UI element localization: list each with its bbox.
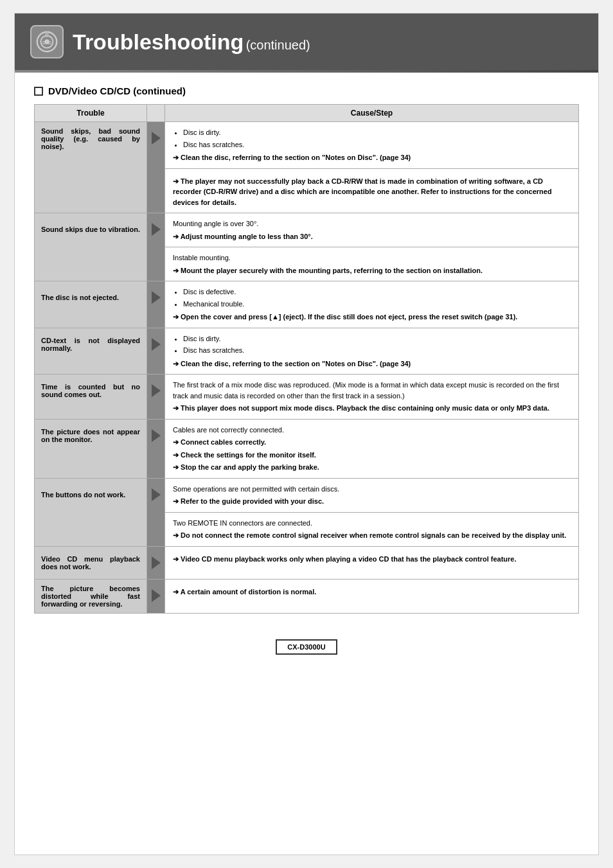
trouble-cell: The buttons do not work.: [35, 478, 147, 546]
cause-cell: Disc is dirty.Disc has scratches.Clean t…: [165, 328, 579, 375]
cause-content: Some operations are not permitted with c…: [165, 479, 578, 512]
cause-cell: Mounting angle is over 30°.Adjust mounti…: [165, 213, 579, 247]
trouble-text: Sound skips due to vibration.: [35, 213, 147, 245]
arrow-icon: [147, 122, 164, 154]
cause-action: Stop the car and apply the parking brake…: [173, 462, 571, 473]
cause-content: Mounting angle is over 30°.Adjust mounti…: [165, 213, 578, 247]
trouble-cell: CD-text is not displayed normally.: [35, 328, 147, 375]
cause-action: A certain amount of distortion is normal…: [173, 587, 571, 598]
trouble-cell: Sound skips due to vibration.: [35, 213, 147, 281]
table-row: Sound skips due to vibration.Mounting an…: [35, 213, 579, 247]
trouble-cell: The disc is not ejected.: [35, 281, 147, 328]
cause-text-before: Cables are not correctly connected.: [173, 425, 571, 436]
arrow-right-icon: [152, 291, 161, 304]
cause-cell: Some operations are not permitted with c…: [165, 478, 579, 512]
cause-text-before: Two REMOTE IN connectors are connected.: [173, 518, 571, 529]
arrow-right-icon: [152, 556, 161, 569]
table-header-row: Trouble Cause/Step: [35, 105, 579, 122]
content: DVD/Video CD/CD (continued) Trouble Caus…: [15, 73, 598, 626]
arrow-cell: [147, 579, 165, 613]
arrow-cell: [147, 281, 165, 328]
trouble-text: The disc is not ejected.: [35, 281, 147, 314]
trouble-cell: The picture does not appear on the monit…: [35, 419, 147, 478]
arrow-icon: [147, 328, 164, 360]
cause-content: Disc is dirty.Disc has scratches.Clean t…: [165, 122, 578, 168]
trouble-text: Sound skips, bad sound quality (e.g. cau…: [35, 122, 147, 155]
cause-bullets: Disc is defective.Mechanical trouble.: [183, 287, 571, 309]
cause-action-paragraph: The player may not successfully play bac…: [173, 176, 571, 208]
arrow-icon: [147, 479, 164, 511]
arrow-cell: [147, 478, 165, 546]
cause-bullets: Disc is dirty.Disc has scratches.: [183, 333, 571, 356]
arrow-icon: [147, 420, 164, 452]
cause-content: The player may not successfully play bac…: [165, 169, 578, 213]
cause-action: Video CD menu playback works only when p…: [173, 554, 571, 565]
col-cause: Cause/Step: [165, 105, 579, 122]
cause-cell: Instable mounting.Mount the player secur…: [165, 247, 579, 281]
cause-cell: A certain amount of distortion is normal…: [165, 579, 579, 613]
cause-cell: Cables are not correctly connected.Conne…: [165, 419, 579, 478]
cause-action: This player does not support mix mode di…: [173, 403, 571, 414]
trouble-cell: Sound skips, bad sound quality (e.g. cau…: [35, 122, 147, 213]
cause-content: Instable mounting.Mount the player secur…: [165, 247, 578, 281]
col-trouble: Trouble: [35, 105, 147, 122]
table-row: CD-text is not displayed normally.Disc i…: [35, 328, 579, 375]
svg-text:DVD: DVD: [42, 40, 51, 45]
cause-paragraph: The first track of a mix mode disc was r…: [173, 380, 571, 401]
arrow-icon: [147, 580, 164, 612]
arrow-cell: [147, 213, 165, 281]
footer: CX-D3000U: [15, 639, 598, 655]
checkbox-icon: [34, 87, 43, 96]
section-title-text: DVD/Video CD/CD (continued): [48, 85, 186, 96]
trouble-text: The buttons do not work.: [35, 479, 147, 511]
cause-bullet-item: Disc has scratches.: [183, 345, 571, 356]
table-row: Time is counted but no sound comes out.T…: [35, 375, 579, 420]
trouble-text: CD-text is not displayed normally.: [35, 328, 147, 360]
arrow-cell: [147, 122, 165, 213]
arrow-cell: [147, 375, 165, 420]
arrow-right-icon: [152, 132, 161, 145]
trouble-table: Trouble Cause/Step Sound skips, bad soun…: [34, 104, 579, 614]
cause-text-before: Some operations are not permitted with c…: [173, 484, 571, 495]
arrow-icon: [147, 375, 164, 407]
header: DVD Troubleshooting (continued): [15, 13, 598, 70]
trouble-text: The picture does not appear on the monit…: [35, 420, 147, 452]
cause-bullet-item: Disc is dirty.: [183, 127, 571, 138]
cause-action: Refer to the guide provided with your di…: [173, 496, 571, 507]
trouble-cell: Time is counted but no sound comes out.: [35, 375, 147, 420]
cause-content: Disc is dirty.Disc has scratches.Clean t…: [165, 328, 578, 375]
cause-content: Video CD menu playback works only when p…: [165, 547, 578, 570]
section-title: DVD/Video CD/CD (continued): [34, 85, 579, 96]
arrow-cell: [147, 419, 165, 478]
arrow-icon: [147, 547, 164, 579]
arrow-right-icon: [152, 384, 161, 397]
table-row: The picture becomes distorted while fast…: [35, 579, 579, 613]
table-body: Sound skips, bad sound quality (e.g. cau…: [35, 122, 579, 614]
cause-action: Open the cover and press [▲] (eject). If…: [173, 312, 571, 323]
header-text: Troubleshooting (continued): [73, 30, 310, 55]
cause-bullet-item: Mechanical trouble.: [183, 299, 571, 310]
arrow-icon: [147, 213, 164, 245]
cause-bullet-item: Disc has scratches.: [183, 139, 571, 150]
cause-action: Adjust mounting angle to less than 30°.: [173, 231, 571, 242]
cause-content: The first track of a mix mode disc was r…: [165, 375, 578, 419]
arrow-right-icon: [152, 223, 161, 236]
table-row: Video CD menu playback does not work.Vid…: [35, 546, 579, 579]
cause-action: Clean the disc, referring to the section…: [173, 152, 571, 163]
cause-action: Do not connect the remote control signal…: [173, 530, 571, 541]
cause-cell: Two REMOTE IN connectors are connected.D…: [165, 512, 579, 546]
cause-cell: Disc is defective.Mechanical trouble.Ope…: [165, 281, 579, 328]
header-icon: DVD: [30, 25, 64, 58]
table-row: The disc is not ejected.Disc is defectiv…: [35, 281, 579, 328]
cause-content: Cables are not correctly connected.Conne…: [165, 420, 578, 478]
model-number: CX-D3000U: [276, 639, 337, 655]
cause-cell: The player may not successfully play bac…: [165, 168, 579, 213]
trouble-text: Video CD menu playback does not work.: [35, 547, 147, 579]
table-row: The buttons do not work.Some operations …: [35, 478, 579, 512]
cause-bullet-item: Disc is dirty.: [183, 333, 571, 344]
svg-point-3: [45, 31, 49, 38]
cause-content: Disc is defective.Mechanical trouble.Ope…: [165, 281, 578, 328]
cause-action: Check the settings for the monitor itsel…: [173, 450, 571, 461]
cause-action: Clean the disc, referring to the section…: [173, 359, 571, 369]
arrow-right-icon: [152, 488, 161, 501]
